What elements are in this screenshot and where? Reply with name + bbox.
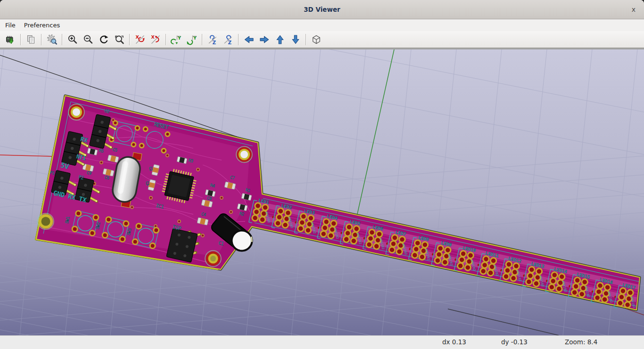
toolbar-separator	[129, 34, 130, 45]
move-left-button[interactable]	[241, 32, 256, 47]
zoom-out-icon	[83, 34, 94, 45]
svg-text:X: X	[151, 34, 155, 40]
close-button[interactable]: x	[629, 0, 638, 19]
move-down-button[interactable]	[288, 32, 303, 47]
toolbar: XXYYZZ	[0, 31, 644, 48]
redraw-button[interactable]	[96, 32, 111, 47]
move-left-icon	[243, 34, 255, 45]
copy-image-button[interactable]	[23, 32, 39, 47]
zoom-fit-button[interactable]	[111, 32, 127, 47]
copy-image-icon	[25, 34, 37, 45]
rotate-x-neg-icon: X	[134, 34, 146, 45]
reload-board-button[interactable]	[2, 32, 18, 47]
titlebar: 3D Viewer x	[0, 0, 644, 19]
menu-preferences[interactable]: Preferences	[20, 21, 64, 30]
move-right-button[interactable]	[256, 32, 272, 47]
render-options-icon	[46, 34, 58, 45]
3d-viewport[interactable]: LED1APA102LED2APA102LED3APA102LED4APA102…	[0, 48, 644, 335]
move-right-icon	[259, 34, 270, 45]
toolbar-separator	[202, 34, 202, 45]
zoom-fit-icon	[114, 34, 125, 45]
mounting-hole	[205, 251, 221, 267]
rotate-z-neg-button[interactable]: Z	[205, 32, 220, 47]
move-up-button[interactable]	[272, 32, 288, 47]
menu-file[interactable]: File	[1, 21, 20, 30]
svg-text:Y: Y	[177, 35, 181, 40]
menubar: FilePreferences	[0, 19, 644, 31]
zoom-out-button[interactable]	[80, 32, 96, 47]
toolbar-separator	[20, 34, 21, 45]
mounting-hole	[38, 213, 54, 229]
redraw-icon	[98, 34, 109, 45]
zoom-in-icon	[67, 34, 78, 45]
ortho-projection-icon	[311, 34, 322, 45]
rotate-y-pos-button[interactable]: Y	[184, 32, 199, 47]
svg-text:Z: Z	[228, 40, 231, 45]
rotate-x-neg-button[interactable]: X	[132, 32, 148, 47]
move-up-icon	[274, 34, 286, 45]
toolbar-separator	[62, 34, 62, 45]
toolbar-separator	[238, 34, 239, 45]
3d-scene[interactable]: LED1APA102LED2APA102LED3APA102LED4APA102…	[0, 49, 644, 335]
statusbar: dx 0.13 dy -0.13 Zoom: 8.4	[0, 335, 644, 349]
zoom-in-button[interactable]	[65, 32, 80, 47]
rotate-y-pos-icon: Y	[186, 34, 198, 45]
rotate-y-neg-button[interactable]: Y	[168, 32, 184, 47]
status-dy: dy -0.13	[501, 338, 528, 346]
ortho-projection-button[interactable]	[308, 32, 324, 47]
rotate-z-neg-icon: Z	[207, 34, 218, 45]
rotate-z-pos-button[interactable]: Z	[220, 32, 236, 47]
toolbar-separator	[41, 34, 41, 45]
render-options-button[interactable]	[44, 32, 59, 47]
mounting-hole	[68, 104, 84, 120]
mounting-hole	[236, 146, 252, 162]
toolbar-separator	[305, 34, 306, 45]
svg-text:Y: Y	[193, 35, 197, 40]
svg-text:Z: Z	[212, 40, 216, 45]
rotate-x-pos-button[interactable]: X	[148, 32, 163, 47]
reload-board-icon	[5, 34, 16, 45]
rotate-x-pos-icon: X	[150, 34, 161, 45]
window-title: 3D Viewer	[0, 0, 644, 19]
rotate-y-neg-icon: Y	[171, 34, 182, 45]
status-zoom: Zoom: 8.4	[565, 338, 597, 346]
window: 3D Viewer x FilePreferences XXYYZZ LED1A…	[0, 0, 644, 349]
toolbar-separator	[165, 34, 166, 45]
status-dx: dx 0.13	[442, 338, 466, 346]
rotate-z-pos-icon: Z	[223, 34, 234, 45]
move-down-icon	[290, 34, 301, 45]
